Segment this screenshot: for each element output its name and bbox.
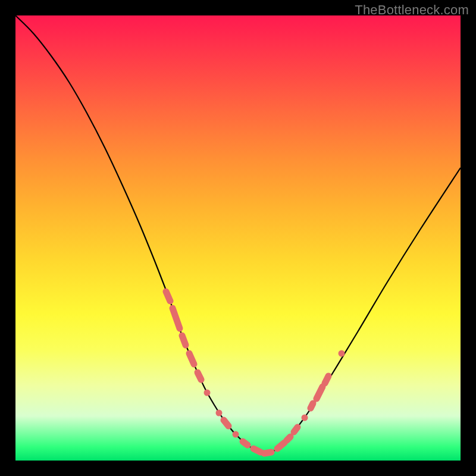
watermark-text: TheBottleneck.com <box>355 2 469 18</box>
svg-line-7 <box>224 420 228 426</box>
svg-line-3 <box>189 353 194 364</box>
svg-line-4 <box>198 372 201 380</box>
chart-curve <box>15 15 461 453</box>
svg-line-17 <box>317 387 322 399</box>
svg-line-14 <box>294 427 298 432</box>
chart-svg <box>15 15 461 461</box>
svg-line-1 <box>173 308 180 328</box>
chart-plot-area <box>15 15 461 461</box>
svg-line-2 <box>182 336 186 345</box>
svg-line-11 <box>264 452 271 453</box>
chart-markers <box>166 292 342 453</box>
svg-line-9 <box>243 441 248 445</box>
svg-line-16 <box>311 403 313 408</box>
svg-line-18 <box>325 376 328 383</box>
svg-line-0 <box>166 292 170 301</box>
svg-line-13 <box>287 437 290 440</box>
svg-line-10 <box>253 449 261 452</box>
svg-line-12 <box>277 443 284 449</box>
